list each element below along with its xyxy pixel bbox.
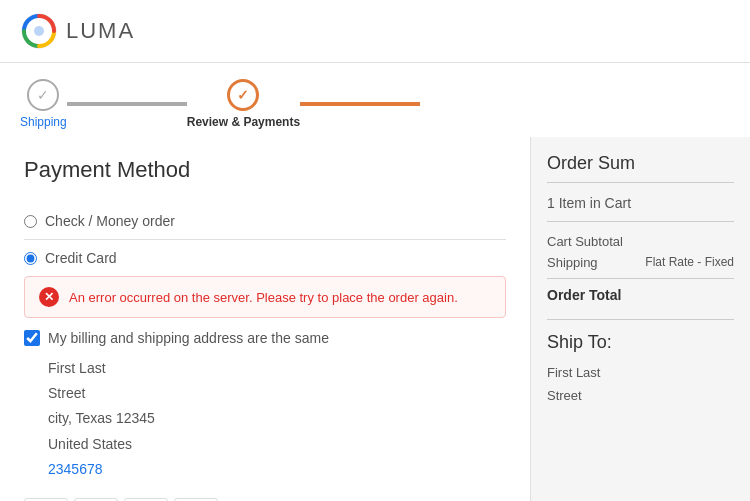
address-street: Street — [48, 381, 506, 406]
radio-checkmo[interactable] — [24, 215, 37, 228]
steps-container: ✓ Shipping ✓ Review & Payments — [20, 79, 730, 129]
ship-to-title: Ship To: — [547, 332, 734, 353]
error-icon: ✕ — [39, 287, 59, 307]
logo-area: LUMA — [20, 12, 135, 50]
credit-card-header: Credit Card — [24, 250, 506, 266]
step-review-label: Review & Payments — [187, 115, 300, 129]
progress-area: ✓ Shipping ✓ Review & Payments — [0, 63, 750, 137]
address-block: First Last Street city, Texas 12345 Unit… — [24, 356, 506, 482]
shipping-label: Shipping — [547, 255, 598, 270]
step-review-circle: ✓ — [227, 79, 259, 111]
credit-card-label[interactable]: Credit Card — [45, 250, 117, 266]
left-content: Payment Method Check / Money order Credi… — [0, 137, 530, 501]
step-shipping: ✓ Shipping — [20, 79, 67, 129]
error-message: An error occurred on the server. Please … — [69, 290, 458, 305]
address-name: First Last — [48, 356, 506, 381]
header: LUMA — [0, 0, 750, 63]
billing-same-checkbox[interactable] — [24, 330, 40, 346]
address-country: United States — [48, 432, 506, 457]
shipping-value: Flat Rate - Fixed — [645, 255, 734, 269]
payment-option-credit-card: Credit Card ✕ An error occurred on the s… — [24, 240, 506, 501]
payment-option-checkmo: Check / Money order — [24, 203, 506, 240]
luma-logo-icon — [20, 12, 58, 50]
billing-checkbox-row: My billing and shipping address are the … — [24, 330, 506, 346]
page-title: Payment Method — [24, 157, 506, 183]
cart-subtotal-label: Cart Subtotal — [547, 234, 623, 249]
ship-to-street: Street — [547, 384, 734, 407]
ship-to-name: First Last — [547, 361, 734, 384]
right-sidebar: Order Sum 1 Item in Cart Cart Subtotal S… — [530, 137, 750, 501]
ship-to-info: First Last Street — [547, 361, 734, 408]
order-total-label: Order Total — [547, 287, 621, 303]
checkmo-label[interactable]: Check / Money order — [45, 213, 175, 229]
order-total-row: Order Total — [547, 278, 734, 303]
step-review: ✓ Review & Payments — [187, 79, 300, 129]
address-phone[interactable]: 2345678 — [48, 461, 103, 477]
ship-to-section: Ship To: First Last Street — [547, 319, 734, 408]
logo-text: LUMA — [66, 18, 135, 44]
step-line-1 — [67, 102, 187, 106]
main-layout: Payment Method Check / Money order Credi… — [0, 137, 750, 501]
error-box: ✕ An error occurred on the server. Pleas… — [24, 276, 506, 318]
sidebar-shipping-row: Shipping Flat Rate - Fixed — [547, 255, 734, 270]
address-city-state: city, Texas 12345 — [48, 406, 506, 431]
step-shipping-circle: ✓ — [27, 79, 59, 111]
sidebar-cart-subtotal-row: Cart Subtotal — [547, 234, 734, 249]
step-line-2 — [300, 102, 420, 106]
sidebar-order-summary-title: Order Sum — [547, 153, 734, 183]
svg-point-1 — [34, 26, 44, 36]
sidebar-items-count: 1 Item in Cart — [547, 195, 734, 222]
billing-same-label[interactable]: My billing and shipping address are the … — [48, 330, 329, 346]
step-shipping-label[interactable]: Shipping — [20, 115, 67, 129]
radio-credit-card[interactable] — [24, 252, 37, 265]
